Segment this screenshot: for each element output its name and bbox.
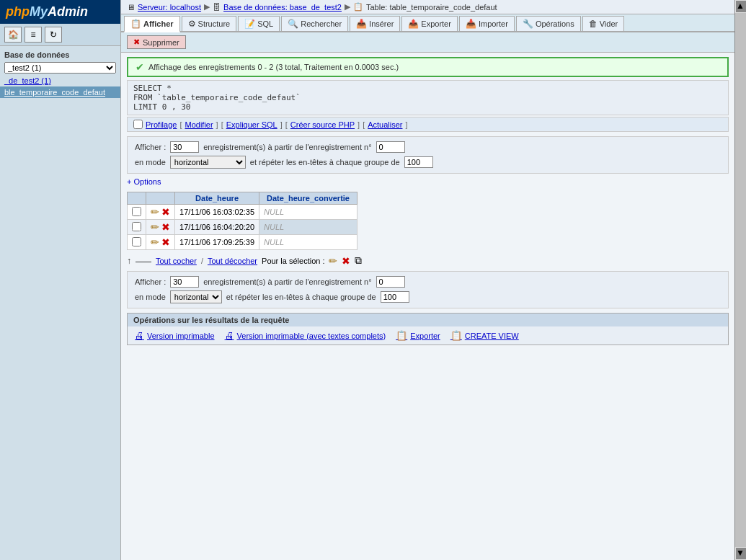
links-bar: Profilage [ Modifier ] [ Expliquer SQL ]… [127, 117, 729, 132]
tab-afficher[interactable]: 📋 Afficher [124, 16, 180, 32]
print2-icon: 🖨 [225, 330, 234, 341]
bottom-control-row-mode: en mode horizontal vertical et répéter l… [135, 290, 721, 303]
control-row-afficher: Afficher : enregistrement(s) à partir de… [135, 141, 721, 153]
scroll-track[interactable] [735, 13, 746, 547]
data-table-wrap: Date_heure Date_heure_convertie ✏ ✖ 17/1… [127, 192, 729, 250]
control-row-mode: en mode horizontal vertical horizontalfl… [135, 156, 721, 169]
tab-sql[interactable]: 📝 SQL [238, 16, 280, 31]
col-actions [146, 192, 175, 205]
row2-date-convertie: NULL [259, 220, 358, 235]
footer-copy-icon[interactable]: ⧉ [355, 254, 362, 267]
operations-section-title: Opérations sur les résultats de la requê… [128, 314, 728, 326]
footer-edit-icon[interactable]: ✏ [329, 255, 337, 267]
tab-structure[interactable]: ⚙ Structure [182, 16, 237, 31]
col-date-heure[interactable]: Date_heure [175, 192, 259, 205]
row3-edit-icon[interactable]: ✏ [151, 236, 159, 248]
create-view-label: CREATE VIEW [465, 332, 519, 340]
success-message: ✔ Affichage des enregistrements 0 - 2 (3… [127, 57, 729, 77]
operations-icon: 🔧 [523, 19, 533, 29]
check-dash: —— [136, 257, 151, 265]
sql-line1: SELECT * [133, 84, 722, 93]
uncheck-all-link[interactable]: Tout décocher [208, 257, 257, 265]
sidebar-item-de-test2[interactable]: _de_test2 (1) [0, 75, 120, 86]
row2-delete-icon[interactable]: ✖ [161, 221, 170, 233]
col-date-heure-convertie[interactable]: Date_heure_convertie [259, 192, 358, 205]
scroll-down-arrow[interactable]: ▼ [736, 548, 746, 559]
main-content: 🖥 Serveur: localhost ▶ 🗄 Base de données… [121, 0, 734, 560]
exporter-results-link[interactable]: 📋 Exporter [396, 330, 440, 341]
rechercher-icon: 🔍 [288, 19, 298, 29]
footer-delete-icon[interactable]: ✖ [342, 255, 350, 267]
db-select[interactable]: _test2 (1) [4, 62, 116, 74]
create-view-link[interactable]: 📋 CREATE VIEW [450, 330, 519, 341]
row1-edit-icon[interactable]: ✏ [151, 206, 159, 218]
sql-icon: 📝 [244, 19, 255, 29]
sql-line2: FROM `table_temporaire_code_defaut` [133, 93, 722, 102]
version-texte-link[interactable]: 🖨 Version imprimable (avec textes comple… [225, 330, 386, 341]
tab-importer-label: Importer [479, 19, 508, 28]
tab-vider-label: Vider [600, 19, 618, 28]
importer-icon: 📥 [466, 19, 476, 29]
bottom-per-page-input[interactable] [170, 276, 199, 288]
row3-date-convertie: NULL [259, 235, 358, 250]
view-icon: 📋 [450, 330, 462, 341]
profilage-checkbox[interactable] [133, 120, 143, 129]
table-row: ✏ ✖ 17/11/06 16:04:20:20 NULL [128, 220, 358, 235]
tab-importer[interactable]: 📥 Importer [459, 16, 515, 31]
table-link: Table: table_temporaire_code_defaut [366, 3, 497, 12]
inserer-icon: 📥 [356, 19, 367, 29]
bottom-afficher-label: Afficher : [135, 277, 166, 286]
logo: phpMyAdmin [6, 4, 88, 19]
profilage-link[interactable]: Profilage [146, 120, 177, 129]
from-label: enregistrement(s) à partir de l'enregist… [203, 143, 371, 151]
repeat-label: et répéter les en-têtes à chaque groupe … [250, 158, 400, 166]
per-page-input[interactable] [170, 141, 199, 153]
server-link[interactable]: Serveur: localhost [138, 3, 201, 12]
version-imprimable-link[interactable]: 🖨 Version imprimable [135, 330, 215, 341]
refresh-button[interactable]: ↻ [45, 27, 62, 43]
actualiser-link[interactable]: Actualiser [368, 120, 402, 129]
tab-vider[interactable]: 🗑 Vider [582, 16, 624, 31]
bottom-mode-select[interactable]: horizontal vertical [170, 290, 222, 303]
sidebar-item-table-temp[interactable]: ble_temporaire_code_defaut [0, 86, 120, 98]
tab-afficher-label: Afficher [143, 19, 174, 28]
options-toggle[interactable]: + Options [127, 177, 161, 186]
footer-row: ↑ —— Tout cocher / Tout décocher Pour la… [127, 253, 729, 268]
row1-checkbox[interactable] [132, 207, 141, 216]
table-row: ✏ ✖ 17/11/06 17:09:25:39 NULL [128, 235, 358, 250]
tab-rechercher[interactable]: 🔍 Rechercher [281, 16, 348, 31]
tab-operations-label: Opérations [536, 19, 574, 28]
tab-exporter[interactable]: 📤 Exporter [401, 16, 458, 31]
tab-exporter-label: Exporter [421, 19, 451, 28]
mode-select[interactable]: horizontal vertical horizontalflipped [170, 156, 246, 169]
home-button[interactable]: 🏠 [4, 27, 22, 43]
bottom-from-input[interactable] [376, 276, 405, 288]
from-input[interactable] [376, 141, 405, 153]
row2-checkbox[interactable] [132, 222, 141, 231]
repeat-input[interactable] [404, 156, 433, 168]
supprimer-button[interactable]: ✖ Supprimer [127, 35, 186, 49]
modifier-link[interactable]: Modifier [185, 120, 213, 129]
row1-delete-icon[interactable]: ✖ [161, 206, 170, 218]
list-button[interactable]: ≡ [25, 27, 42, 43]
row2-edit-icon[interactable]: ✏ [151, 221, 159, 233]
db-link[interactable]: Base de données: base_de_test2 [223, 3, 342, 12]
check-all-link[interactable]: Tout cocher [156, 257, 197, 265]
creer-source-link[interactable]: Créer source PHP [290, 120, 355, 129]
version-imprimable-label: Version imprimable [147, 332, 215, 340]
row3-delete-icon[interactable]: ✖ [161, 236, 170, 248]
tab-structure-label: Structure [198, 19, 231, 28]
pour-la-selection: Pour la sélection : [262, 257, 324, 265]
bottom-repeat-input[interactable] [381, 291, 409, 303]
sidebar-toolbar: 🏠 ≡ ↻ [0, 24, 120, 46]
tab-operations[interactable]: 🔧 Opérations [516, 16, 581, 31]
expliquer-sql-link[interactable]: Expliquer SQL [226, 120, 277, 129]
tab-rechercher-label: Rechercher [301, 19, 342, 28]
success-text: Affichage des enregistrements 0 - 2 (3 t… [148, 63, 399, 71]
tab-inserer[interactable]: 📥 Insérer [350, 16, 400, 31]
scrollbar[interactable]: ▲ ▼ [734, 0, 746, 560]
db-icon: 🗄 [213, 3, 221, 12]
row3-checkbox[interactable] [132, 237, 141, 246]
scroll-up-arrow[interactable]: ▲ [736, 1, 746, 12]
bottom-control-row-afficher: Afficher : enregistrement(s) à partir de… [135, 276, 721, 288]
